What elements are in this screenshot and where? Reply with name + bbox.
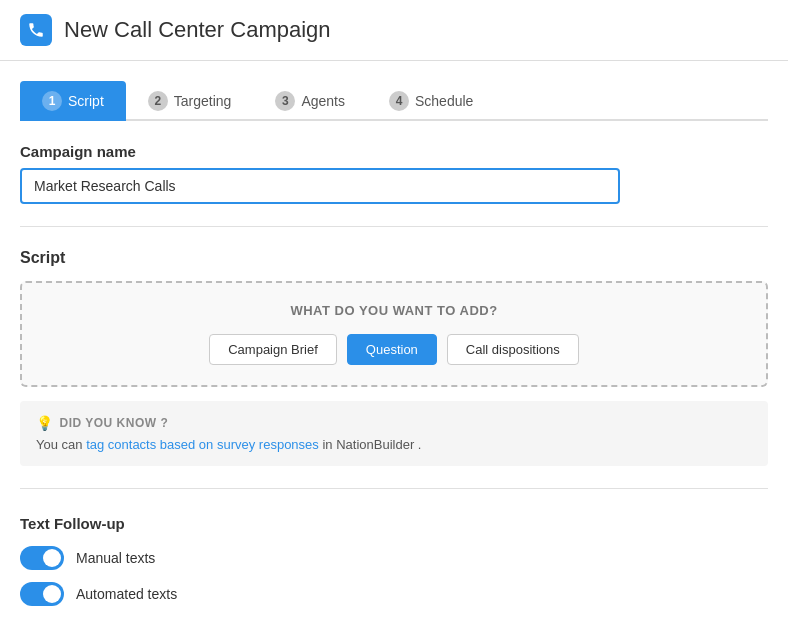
divider-1 [20,226,768,227]
script-section: Script WHAT DO YOU WANT TO ADD? Campaign… [20,249,768,466]
tab-script-label: Script [68,93,104,109]
tab-targeting-label: Targeting [174,93,232,109]
bulb-icon: 💡 [36,415,54,431]
tab-script-number: 1 [42,91,62,111]
manual-texts-label: Manual texts [76,550,155,566]
page-title: New Call Center Campaign [64,17,331,43]
tabs-bar: 1 Script 2 Targeting 3 Agents 4 Schedule [20,61,768,121]
tab-script[interactable]: 1 Script [20,81,126,121]
info-text-before: You can [36,437,86,452]
dropzone-buttons: Campaign Brief Question Call disposition… [42,334,746,365]
tab-agents[interactable]: 3 Agents [253,81,367,121]
tab-schedule[interactable]: 4 Schedule [367,81,495,121]
tab-agents-number: 3 [275,91,295,111]
script-dropzone: WHAT DO YOU WANT TO ADD? Campaign Brief … [20,281,768,387]
campaign-brief-button[interactable]: Campaign Brief [209,334,337,365]
tab-targeting[interactable]: 2 Targeting [126,81,254,121]
manual-texts-toggle[interactable] [20,546,64,570]
automated-texts-label: Automated texts [76,586,177,602]
call-dispositions-button[interactable]: Call dispositions [447,334,579,365]
campaign-name-label: Campaign name [20,143,768,160]
app-icon [20,14,52,46]
info-text-after: in NationBuilder . [319,437,422,452]
text-followup-section: Text Follow-up Manual texts Automated te… [20,511,768,606]
tab-agents-label: Agents [301,93,345,109]
main-content: 1 Script 2 Targeting 3 Agents 4 Schedule… [0,61,788,631]
tab-schedule-number: 4 [389,91,409,111]
campaign-name-section: Campaign name [20,121,768,204]
script-section-label: Script [20,249,768,267]
page-header: New Call Center Campaign [0,0,788,61]
campaign-name-input[interactable] [20,168,620,204]
followup-title: Text Follow-up [20,515,768,532]
automated-texts-thumb [43,585,61,603]
info-box-link[interactable]: tag contacts based on survey responses [86,437,319,452]
divider-2 [20,488,768,489]
info-box-header: 💡 DID YOU KNOW ? [36,415,752,431]
manual-texts-row: Manual texts [20,546,768,570]
tab-targeting-number: 2 [148,91,168,111]
automated-texts-toggle[interactable] [20,582,64,606]
tab-schedule-label: Schedule [415,93,473,109]
info-box: 💡 DID YOU KNOW ? You can tag contacts ba… [20,401,768,466]
manual-texts-thumb [43,549,61,567]
phone-icon [27,21,45,39]
dropzone-header: WHAT DO YOU WANT TO ADD? [42,303,746,318]
info-box-title: DID YOU KNOW ? [60,416,169,430]
info-box-text: You can tag contacts based on survey res… [36,437,752,452]
automated-texts-row: Automated texts [20,582,768,606]
question-button[interactable]: Question [347,334,437,365]
